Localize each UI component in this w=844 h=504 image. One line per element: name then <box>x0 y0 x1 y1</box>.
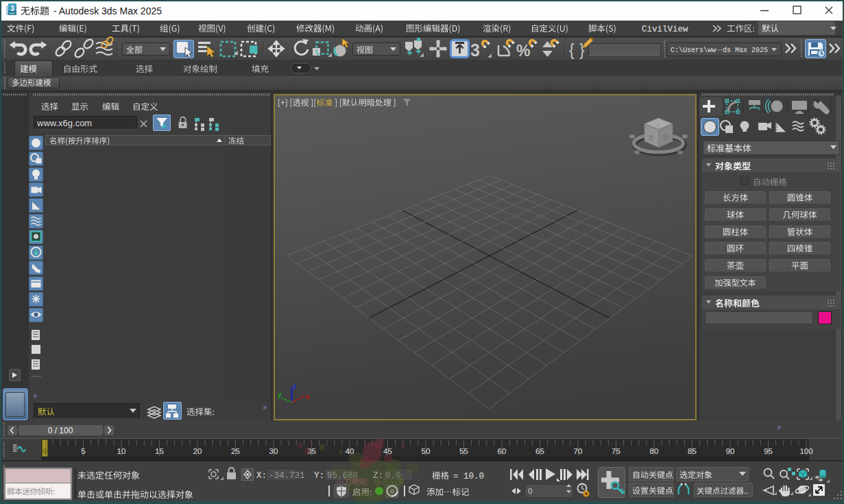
svg-text:5: 5 <box>81 447 85 455</box>
svg-text:-34.731: -34.731 <box>269 471 305 481</box>
svg-text:3: 3 <box>10 5 14 12</box>
svg-text:75: 75 <box>612 447 620 455</box>
svg-text:50: 50 <box>422 447 431 455</box>
svg-text:0: 0 <box>43 448 47 455</box>
svg-text:20: 20 <box>193 447 202 455</box>
svg-text:3: 3 <box>470 40 480 60</box>
svg-text:%: % <box>516 42 530 60</box>
svg-text:10: 10 <box>117 447 126 455</box>
svg-text:y: y <box>278 391 282 398</box>
svg-text:60: 60 <box>498 447 507 455</box>
svg-text:65: 65 <box>535 447 544 455</box>
svg-text:MAX: MAX <box>10 12 16 15</box>
svg-text:- Autodesk 3ds Max 2025: - Autodesk 3ds Max 2025 <box>53 5 162 16</box>
svg-text:25: 25 <box>231 447 240 455</box>
svg-text:0: 0 <box>528 487 532 495</box>
svg-text:z: z <box>293 383 297 390</box>
svg-text:{: { <box>569 41 575 59</box>
svg-text:Y:: Y: <box>314 471 324 481</box>
svg-text:15: 15 <box>155 447 164 455</box>
svg-text:CivilView: CivilView <box>642 25 688 34</box>
svg-text:55: 55 <box>459 447 468 455</box>
svg-text:X:: X: <box>256 471 267 481</box>
svg-text:= 10.0: = 10.0 <box>453 472 484 481</box>
svg-text:80: 80 <box>650 447 659 455</box>
svg-text:x: x <box>306 393 310 400</box>
svg-text:}: } <box>579 41 585 59</box>
svg-text:C:\Users\ww⋯ds Max 2025: C:\Users\ww⋯ds Max 2025 <box>671 47 768 54</box>
svg-text:90: 90 <box>726 447 735 455</box>
svg-text:100: 100 <box>799 447 812 455</box>
svg-text:85: 85 <box>688 447 697 455</box>
svg-text:70: 70 <box>574 447 583 455</box>
svg-text:30: 30 <box>269 447 278 455</box>
svg-text:www.x6g.com: www.x6g.com <box>36 118 92 128</box>
svg-text:0 / 100: 0 / 100 <box>48 426 73 435</box>
svg-text:95: 95 <box>764 447 773 455</box>
